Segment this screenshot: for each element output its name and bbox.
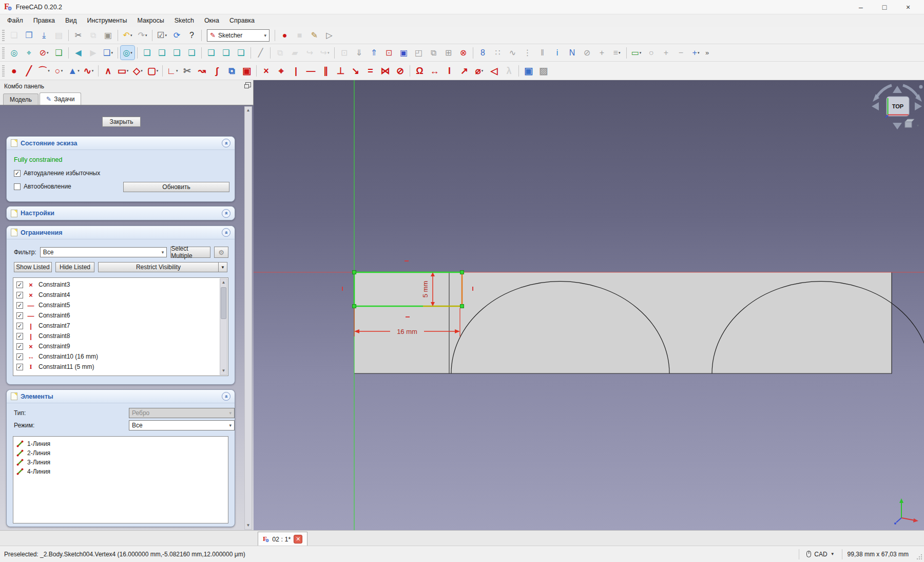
toolbar-handle[interactable] xyxy=(2,30,5,41)
view-sketch-icon[interactable]: ⊡ xyxy=(382,46,396,60)
macro-play-icon[interactable]: ▷ xyxy=(322,28,336,42)
collapse-icon[interactable]: » xyxy=(222,392,230,401)
extend-edge-icon[interactable]: ↝ xyxy=(195,64,209,78)
element-item[interactable]: 1-Линия xyxy=(16,439,228,448)
refresh-icon[interactable]: ⟳ xyxy=(170,28,184,42)
menu-item-1[interactable]: Правка xyxy=(28,15,60,26)
edit-mode-icon[interactable]: ☑▾ xyxy=(155,28,169,42)
create-fillet-icon[interactable]: ∟▾ xyxy=(165,64,179,78)
nav-rotate-right-icon[interactable] xyxy=(903,85,918,98)
menu-item-0[interactable]: Файл xyxy=(2,15,28,26)
create-point-icon[interactable]: ● xyxy=(7,64,21,78)
view-right-icon[interactable]: ❑ xyxy=(185,46,199,60)
constraint-visible-checkbox[interactable]: ✓ xyxy=(16,364,23,370)
menu-item-6[interactable]: Окна xyxy=(199,15,224,26)
hide-listed-button[interactable]: Hide Listed xyxy=(55,262,94,272)
elements-header[interactable]: Элементы » xyxy=(7,390,235,403)
constrain-equal-icon[interactable]: = xyxy=(363,64,377,78)
constraint-visible-checkbox[interactable]: ✓ xyxy=(16,282,23,288)
increase-bspline-degree-icon[interactable]: N xyxy=(565,46,579,60)
constraint-item[interactable]: ✓×Constraint4 xyxy=(16,290,228,300)
sketch-vertex[interactable] xyxy=(460,271,464,274)
constrain-point-on-object-icon[interactable]: ⌖ xyxy=(274,64,288,78)
create-slot-icon[interactable]: ▢▾ xyxy=(146,64,160,78)
bspline-info-layer-icon[interactable]: i xyxy=(550,46,564,60)
constrain-symmetric-icon[interactable]: ⋈ xyxy=(378,64,392,78)
constraint-item[interactable]: ✓—Constraint6 xyxy=(16,310,228,321)
restrict-visibility-button[interactable]: Restrict Visibility xyxy=(98,262,219,272)
save-file-icon[interactable]: ⤓ xyxy=(37,28,51,42)
element-mode-select[interactable]: Все ▾ xyxy=(129,420,235,430)
view-top-icon[interactable]: ❑ xyxy=(170,46,184,60)
float-panel-icon[interactable] xyxy=(244,84,249,88)
toolbar-handle[interactable] xyxy=(2,65,5,77)
view-rear-icon[interactable]: ❑ xyxy=(204,46,218,60)
constrain-diameter-icon[interactable]: ⌀▾ xyxy=(472,64,486,78)
element-item[interactable]: 3-Линия xyxy=(16,458,228,467)
constraints-header[interactable]: Ограничения » xyxy=(7,226,235,239)
bspline-knots-icon[interactable]: ⋮ xyxy=(521,46,534,60)
close-task-button[interactable]: Закрыть xyxy=(102,117,141,127)
scroll-up-icon[interactable]: ▲ xyxy=(245,107,252,114)
toolbar-handle[interactable] xyxy=(2,47,5,59)
nav-arrow-left[interactable] xyxy=(872,102,879,110)
constraint-filter-select[interactable]: Все ▾ xyxy=(40,247,167,257)
constrain-distance-icon[interactable]: ↗ xyxy=(457,64,471,78)
view-left-icon[interactable]: ❑ xyxy=(234,46,248,60)
validate-sketch-icon[interactable]: ◰ xyxy=(412,46,426,60)
convert-to-bspline-icon[interactable]: 8 xyxy=(476,46,490,60)
constraint-visible-checkbox[interactable]: ✓ xyxy=(16,333,23,340)
constraint-visible-checkbox[interactable]: ✓ xyxy=(16,353,23,360)
nav-back-icon[interactable]: ◀ xyxy=(71,46,85,60)
constrain-block-icon[interactable]: ⊘ xyxy=(393,64,407,78)
external-geometry-icon[interactable]: ⧉ xyxy=(225,64,239,78)
toolbar-overflow-chevron[interactable]: » xyxy=(705,49,709,57)
toggle-active-constraint-icon[interactable]: ▨ xyxy=(536,64,550,78)
clipping-plane-icon[interactable]: ⊘▾ xyxy=(37,46,51,60)
constraint-visible-checkbox[interactable]: ✓ xyxy=(16,292,23,298)
mouse-navigation-mode[interactable]: CAD ▼ xyxy=(804,551,836,558)
menu-item-4[interactable]: Макросы xyxy=(132,15,169,26)
create-conic-icon[interactable]: ▲▾ xyxy=(67,64,81,78)
3d-viewport[interactable]: 5 mm 16 mm xyxy=(254,80,924,530)
create-line-icon[interactable]: ╱ xyxy=(22,64,36,78)
split-edge-icon[interactable]: ∫ xyxy=(210,64,224,78)
nav-menu-chevron-icon[interactable]: ▾ xyxy=(917,123,919,128)
scroll-down-icon[interactable]: ▼ xyxy=(220,367,227,374)
view-front-icon[interactable]: ❑ xyxy=(155,46,169,60)
constraint-item[interactable]: ✓×Constraint9 xyxy=(16,341,228,351)
bspline-comb-icon[interactable]: ∿ xyxy=(506,46,519,60)
constrain-distance-y-icon[interactable]: I xyxy=(442,64,456,78)
macro-edit-icon[interactable]: ✎ xyxy=(307,28,321,42)
create-rectangle-icon[interactable]: ▭▾ xyxy=(116,64,130,78)
decrease-bspline-degree-icon[interactable]: ⊘ xyxy=(580,46,594,60)
measure-distance-icon[interactable]: ╱ xyxy=(254,46,267,60)
bspline-poles-icon[interactable]: ∷ xyxy=(491,46,505,60)
map-sketch-icon[interactable]: ⇓ xyxy=(352,46,366,60)
cut-icon[interactable]: ✂ xyxy=(71,28,85,42)
workbench-selector[interactable]: ✎ Sketcher ▾ xyxy=(207,29,270,42)
fit-selection-icon[interactable]: ⌖ xyxy=(22,46,36,60)
constrain-perpendicular-icon[interactable]: ⊥ xyxy=(334,64,348,78)
select-multiple-button[interactable]: Select Multiple xyxy=(170,247,210,258)
trim-edge-icon[interactable]: ✂ xyxy=(180,64,194,78)
element-item[interactable]: 4-Линия xyxy=(16,467,228,476)
nav-arrow-up[interactable] xyxy=(893,86,902,93)
leave-sketch-icon[interactable]: ⇑ xyxy=(367,46,381,60)
constrain-coincident-icon[interactable]: × xyxy=(259,64,273,78)
restrict-visibility-dropdown[interactable]: ▼ xyxy=(219,262,227,272)
constraint-item[interactable]: ✓↔Constraint10 (16 mm) xyxy=(16,351,228,362)
select-origin-icon[interactable]: ○ xyxy=(644,46,658,60)
create-arc-icon[interactable]: ⌒▾ xyxy=(37,64,51,78)
nav-dot[interactable] xyxy=(919,85,923,89)
pad-solid-face[interactable] xyxy=(354,272,892,373)
merge-sketches-icon[interactable]: ⊞ xyxy=(441,46,455,60)
draw-style-icon[interactable]: ❑ xyxy=(52,46,66,60)
insert-knot-icon[interactable]: + xyxy=(595,46,609,60)
sketch-vertex[interactable] xyxy=(353,271,356,274)
auto-update-checkbox[interactable] xyxy=(14,183,21,190)
collapse-icon[interactable]: » xyxy=(222,139,230,147)
constraint-item[interactable]: ✓|Constraint7 xyxy=(16,321,228,331)
nav-mini-cube-top[interactable] xyxy=(905,119,914,122)
element-item[interactable]: 2-Линия xyxy=(16,448,228,458)
